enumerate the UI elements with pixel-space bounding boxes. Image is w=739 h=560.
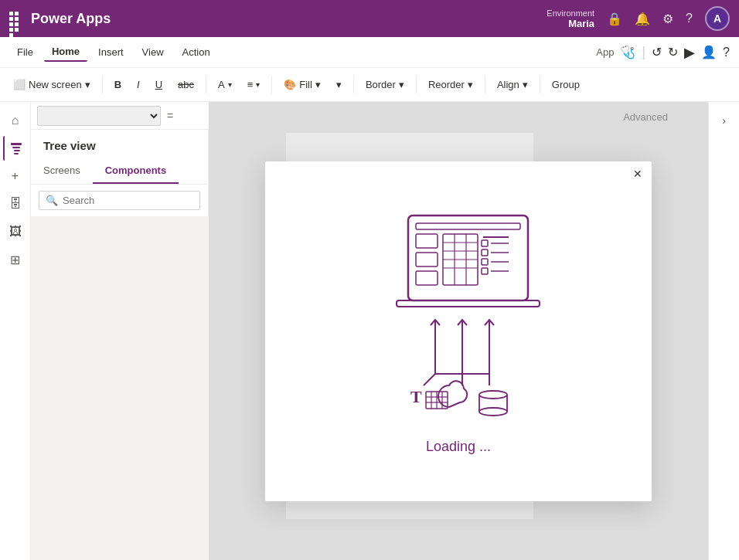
nav-insert-icon[interactable]: + bbox=[3, 164, 28, 188]
search-icon: 🔍 bbox=[46, 195, 58, 206]
toolbar-separator-6 bbox=[485, 76, 485, 94]
reorder-button[interactable]: Reorder ▾ bbox=[421, 75, 480, 94]
new-screen-button[interactable]: ⬜ New screen ▾ bbox=[6, 75, 97, 94]
settings-icon[interactable]: ⚙ bbox=[662, 12, 673, 26]
tree-panel: Tree view Screens Components 🔍 bbox=[31, 130, 209, 216]
nav-media-icon[interactable]: 🖼 bbox=[3, 219, 28, 244]
svg-rect-17 bbox=[482, 240, 488, 246]
toolbar: ⬜ New screen ▾ B I U abc A▾ ≡ ▾ 🎨 Fill ▾… bbox=[0, 68, 739, 102]
nav-data-icon[interactable]: 🗄 bbox=[3, 192, 28, 216]
pin-icon[interactable]: ✕ bbox=[633, 168, 642, 180]
menu-right: App 🩺 | ↺ ↻ ▶ 👤 ? bbox=[596, 44, 730, 61]
collapse-right-button[interactable]: › bbox=[712, 108, 737, 133]
fill-dropdown-icon[interactable]: ▾ bbox=[315, 79, 321, 90]
new-screen-icon: ⬜ bbox=[13, 79, 26, 90]
component-selector[interactable] bbox=[37, 106, 161, 126]
search-box: 🔍 bbox=[39, 191, 200, 210]
align-button[interactable]: ≡ ▾ bbox=[240, 75, 267, 94]
align-layout-label: Align bbox=[497, 79, 519, 90]
border-button[interactable]: Border ▾ bbox=[359, 75, 411, 94]
tab-components[interactable]: Components bbox=[93, 158, 179, 184]
svg-rect-3 bbox=[14, 153, 19, 154]
svg-rect-2 bbox=[14, 150, 20, 151]
share-icon[interactable]: 👤 bbox=[701, 45, 717, 59]
bold-button[interactable]: B bbox=[107, 75, 128, 94]
grid-menu-icon[interactable] bbox=[9, 12, 23, 25]
tree-view-title: Tree view bbox=[31, 130, 208, 158]
app-label: App bbox=[596, 46, 614, 58]
nav-components-icon[interactable]: ⊞ bbox=[3, 247, 28, 272]
shield-icon[interactable]: 🔒 bbox=[607, 12, 622, 26]
loading-illustration: T bbox=[366, 208, 551, 426]
bell-icon[interactable]: 🔔 bbox=[635, 12, 650, 26]
redo-icon[interactable]: ↻ bbox=[668, 45, 678, 59]
fill-icon: 🎨 bbox=[284, 79, 296, 90]
svg-rect-23 bbox=[482, 268, 488, 274]
fill-label: Fill bbox=[299, 79, 312, 90]
formula-separator-icon: = bbox=[161, 110, 179, 122]
fill-button[interactable]: 🎨 Fill ▾ bbox=[277, 75, 328, 94]
align-layout-dropdown-icon[interactable]: ▾ bbox=[523, 79, 528, 90]
border-dropdown-icon[interactable]: ▾ bbox=[399, 79, 404, 90]
svg-rect-0 bbox=[11, 143, 22, 145]
new-screen-label: New screen bbox=[29, 79, 82, 90]
tab-screens[interactable]: Screens bbox=[31, 158, 93, 184]
environment-info: Environment Maria bbox=[547, 8, 594, 29]
border-label: Border bbox=[366, 79, 396, 90]
tree-tabs: Screens Components bbox=[31, 158, 208, 185]
menu-action[interactable]: Action bbox=[175, 43, 218, 61]
loading-card: ✕ bbox=[265, 161, 652, 501]
menu-home[interactable]: Home bbox=[44, 42, 87, 62]
canvas-area: Advanced ✕ bbox=[209, 102, 708, 560]
svg-point-43 bbox=[479, 391, 507, 399]
svg-rect-1 bbox=[12, 147, 20, 148]
toolbar-separator-5 bbox=[416, 76, 417, 94]
nav-home-icon[interactable]: ⌂ bbox=[3, 108, 28, 133]
toolbar-separator-4 bbox=[353, 76, 354, 94]
svg-rect-7 bbox=[416, 253, 438, 266]
loading-overlay: ✕ bbox=[209, 102, 708, 560]
menu-file[interactable]: File bbox=[9, 43, 41, 61]
loading-text: Loading ... bbox=[426, 439, 491, 455]
toolbar-separator-2 bbox=[206, 76, 206, 94]
nav-right: Environment Maria 🔒 🔔 ⚙ ? A bbox=[547, 6, 730, 31]
undo-icon[interactable]: ↺ bbox=[652, 45, 662, 59]
right-panel: › bbox=[708, 102, 739, 560]
svg-rect-19 bbox=[482, 249, 488, 256]
strikethrough-button[interactable]: abc bbox=[171, 75, 201, 94]
svg-rect-21 bbox=[482, 259, 488, 265]
font-color-button[interactable]: A▾ bbox=[211, 75, 239, 94]
formula-bar: = bbox=[31, 102, 209, 130]
icon-panel: ⌂ + 🗄 🖼 ⊞ bbox=[0, 102, 31, 560]
play-icon[interactable]: ▶ bbox=[684, 44, 695, 61]
svg-rect-6 bbox=[416, 234, 438, 248]
top-nav: Power Apps Environment Maria 🔒 🔔 ⚙ ? A bbox=[0, 0, 739, 37]
svg-line-33 bbox=[424, 374, 435, 385]
svg-rect-4 bbox=[408, 216, 528, 300]
group-button[interactable]: Group bbox=[545, 75, 587, 94]
toolbar-separator-1 bbox=[102, 76, 103, 94]
app-title: Power Apps bbox=[31, 11, 539, 27]
underline-button[interactable]: U bbox=[148, 75, 169, 94]
svg-text:T: T bbox=[410, 387, 422, 406]
align-layout-button[interactable]: Align ▾ bbox=[490, 75, 535, 94]
italic-button[interactable]: I bbox=[130, 75, 147, 94]
env-name: Maria bbox=[568, 18, 594, 29]
help-menu-icon[interactable]: ? bbox=[723, 46, 730, 59]
reorder-dropdown-icon[interactable]: ▾ bbox=[468, 79, 473, 90]
avatar[interactable]: A bbox=[705, 6, 730, 31]
group-label: Group bbox=[552, 79, 580, 90]
health-icon[interactable]: 🩺 bbox=[620, 45, 635, 59]
more-button[interactable]: ▾ bbox=[329, 75, 349, 94]
env-label: Environment bbox=[547, 8, 594, 18]
help-icon[interactable]: ? bbox=[686, 12, 693, 25]
nav-tree-icon[interactable] bbox=[3, 136, 28, 161]
new-screen-dropdown-icon[interactable]: ▾ bbox=[85, 79, 90, 90]
toolbar-separator-3 bbox=[271, 76, 272, 94]
menu-insert[interactable]: Insert bbox=[90, 43, 131, 61]
menu-view[interactable]: View bbox=[135, 43, 172, 61]
left-panel: = Tree view Screens Components 🔍 bbox=[31, 102, 209, 560]
main-layout: ⌂ + 🗄 🖼 ⊞ = Tree view Screens bbox=[0, 102, 739, 560]
search-input[interactable] bbox=[63, 195, 193, 206]
toolbar-separator-7 bbox=[540, 76, 540, 94]
